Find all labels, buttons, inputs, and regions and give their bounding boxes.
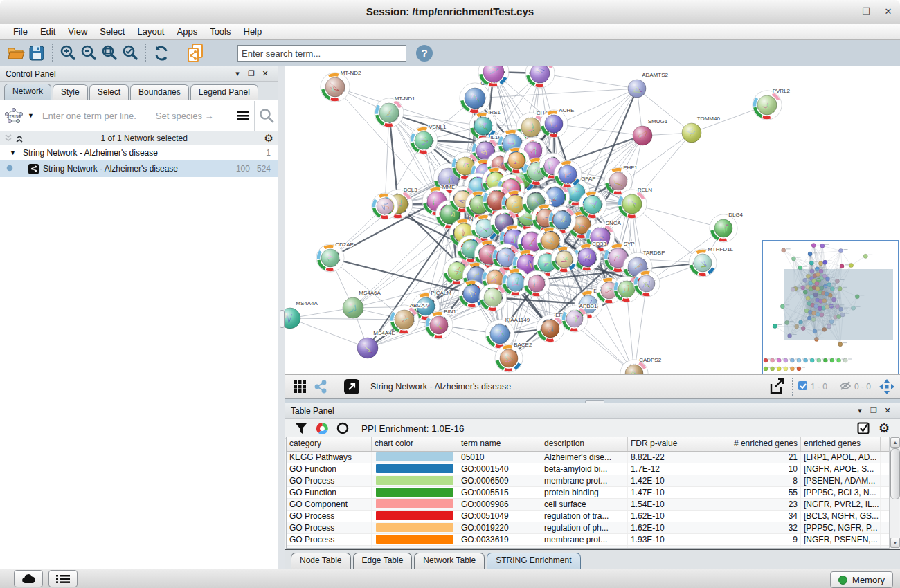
panel-float-icon[interactable]: ❐ <box>867 406 881 415</box>
search-input[interactable] <box>237 45 406 62</box>
birds-eye-view[interactable] <box>762 241 899 374</box>
table-row[interactable]: GO ProcessGO:0051049regulation of tra...… <box>287 511 889 522</box>
collapse-all-icon[interactable] <box>4 134 13 143</box>
zoom-selected-icon[interactable] <box>120 44 141 63</box>
string-query-input[interactable]: Enter one term per line. Set species → <box>37 100 231 131</box>
panel-collapse-icon[interactable]: ▾ <box>853 406 867 415</box>
cell-enriched-genes: [NGFR, PSENEN,... <box>801 534 881 545</box>
string-source-caret[interactable]: ▼ <box>28 112 34 119</box>
table-row[interactable]: GO FunctionGO:0005515protein binding1.47… <box>287 487 889 499</box>
title-bar[interactable]: Session: /tmp/enrichmentTest.cys – ❐ ✕ <box>0 0 900 24</box>
help-icon[interactable]: ? <box>416 45 433 62</box>
column-header-term-name[interactable]: term name <box>458 437 541 451</box>
network-canvas[interactable]: MT-ND2MT-ND1VSNL1GAB2ADAMTS2PVRL2SMUG1TO… <box>285 66 900 374</box>
settings-gear-icon[interactable]: ⚙ <box>874 419 894 438</box>
menu-view[interactable]: View <box>62 24 93 39</box>
cell-term-name: GO:0005515 <box>458 487 541 498</box>
network-row-selected[interactable]: String Network - Alzheimer's disease 100… <box>0 160 278 177</box>
svg-text:BCL3: BCL3 <box>404 187 418 193</box>
menu-tools[interactable]: Tools <box>204 24 237 39</box>
tab-node-table[interactable]: Node Table <box>291 553 351 569</box>
refresh-icon[interactable] <box>151 44 172 63</box>
menu-help[interactable]: Help <box>237 24 269 39</box>
save-session-icon[interactable] <box>26 44 47 63</box>
panel-collapse-icon[interactable]: ▾ <box>231 69 244 78</box>
open-in-window-icon[interactable] <box>341 377 362 396</box>
tab-network-table[interactable]: Network Table <box>414 553 485 569</box>
network-graph[interactable]: MT-ND2MT-ND1VSNL1GAB2ADAMTS2PVRL2SMUG1TO… <box>285 66 900 374</box>
column-header-FDR-p-value[interactable]: FDR p-value <box>628 437 714 451</box>
gear-icon[interactable]: ⚙ <box>264 132 273 145</box>
selected-checkbox-icon[interactable] <box>798 380 808 394</box>
chart-color-swatch <box>376 535 453 544</box>
string-options-button[interactable] <box>231 101 254 131</box>
birds-eye-viewport[interactable] <box>784 269 893 340</box>
tab-select[interactable]: Select <box>89 84 129 100</box>
column-header-description[interactable]: description <box>541 437 628 451</box>
string-logo-icon[interactable]: STRING <box>0 107 28 125</box>
menu-layout[interactable]: Layout <box>131 24 170 39</box>
tab-string-enrichment[interactable]: STRING Enrichment <box>487 553 580 569</box>
enrichment-table[interactable]: categorychart colorterm namedescriptionF… <box>286 437 890 549</box>
chart-color-icon[interactable] <box>312 419 332 438</box>
network-current-dot <box>6 164 13 174</box>
column-header--enriched-genes[interactable]: # enriched genes <box>714 437 801 451</box>
share-network-icon[interactable] <box>310 377 331 396</box>
zoom-fit-icon[interactable] <box>99 44 120 63</box>
select-rows-checkbox-icon[interactable] <box>853 419 874 438</box>
menu-edit[interactable]: Edit <box>34 24 62 39</box>
table-row[interactable]: GO FunctionGO:0001540beta-amyloid bi...1… <box>287 463 889 475</box>
table-vertical-scrollbar[interactable]: ▲ ▼ <box>889 437 899 549</box>
expand-all-icon[interactable] <box>15 134 24 143</box>
task-list-button[interactable] <box>48 570 78 587</box>
scrollbar-thumb[interactable] <box>890 448 900 499</box>
grid-view-icon[interactable] <box>289 377 310 396</box>
export-network-icon[interactable] <box>766 377 787 396</box>
maximize-button[interactable]: ❐ <box>858 5 874 19</box>
column-header-enriched-genes[interactable]: enriched genes <box>801 437 881 451</box>
minimize-button[interactable]: – <box>835 5 850 19</box>
menu-bar: FileEditViewSelectLayoutAppsToolsHelp <box>0 24 900 40</box>
network-from-file-icon[interactable] <box>182 44 208 63</box>
column-header-category[interactable]: category <box>287 437 372 451</box>
tab-style[interactable]: Style <box>53 84 88 100</box>
zoom-in-icon[interactable] <box>57 44 78 63</box>
filter-icon[interactable] <box>291 419 312 438</box>
network-toolbar: String Network - Alzheimer's disease 1 -… <box>285 374 900 399</box>
table-row[interactable]: GO ProcessGO:0033619membrane prot...1.93… <box>287 534 889 546</box>
collection-expander-icon[interactable]: ▼ <box>10 149 16 156</box>
panel-float-icon[interactable]: ❐ <box>244 69 258 78</box>
tab-edge-table[interactable]: Edge Table <box>353 553 413 569</box>
table-row[interactable]: GO ComponentGO:0009986cell surface1.54E-… <box>287 499 889 511</box>
cell-chart-color <box>372 463 458 475</box>
menu-file[interactable]: File <box>7 24 34 39</box>
menu-apps[interactable]: Apps <box>171 24 204 39</box>
tab-boundaries[interactable]: Boundaries <box>130 84 189 100</box>
svg-text:BACE2: BACE2 <box>514 342 532 348</box>
scroll-up-button[interactable]: ▲ <box>890 437 900 448</box>
panel-close-icon[interactable]: ✕ <box>258 69 272 78</box>
string-search-button[interactable] <box>254 101 278 131</box>
column-header-chart-color[interactable]: chart color <box>372 437 458 451</box>
scroll-down-button[interactable]: ▼ <box>890 538 900 548</box>
cloud-button[interactable] <box>14 570 43 587</box>
panel-splitter[interactable] <box>278 66 285 569</box>
splitter-handle[interactable] <box>280 310 285 328</box>
panel-close-icon[interactable]: ✕ <box>881 406 894 415</box>
menu-select[interactable]: Select <box>93 24 131 39</box>
birds-eye-toggle-icon[interactable] <box>876 377 897 396</box>
svg-text:MS4A4E: MS4A4E <box>373 330 395 336</box>
zoom-out-icon[interactable] <box>78 44 99 63</box>
open-session-icon[interactable] <box>6 44 26 63</box>
collection-row[interactable]: ▼ String Network - Alzheimer's disease 1 <box>0 145 278 160</box>
table-row[interactable]: GO ProcessGO:0006509membrane prot...1.42… <box>287 475 889 487</box>
table-row[interactable]: KEGG Pathways05010Alzheimer's dise...8.8… <box>287 452 889 463</box>
table-row[interactable]: GO ProcessGO:0019220regulation of ph...1… <box>287 522 889 534</box>
tab-legend-panel[interactable]: Legend Panel <box>190 84 258 100</box>
close-button[interactable]: ✕ <box>881 5 896 19</box>
ring-chart-icon[interactable] <box>332 419 353 438</box>
tab-network[interactable]: Network <box>4 84 51 100</box>
hidden-eye-icon[interactable] <box>839 380 852 394</box>
control-panel-title: Control Panel <box>6 69 231 79</box>
memory-button[interactable]: Memory <box>830 571 893 588</box>
